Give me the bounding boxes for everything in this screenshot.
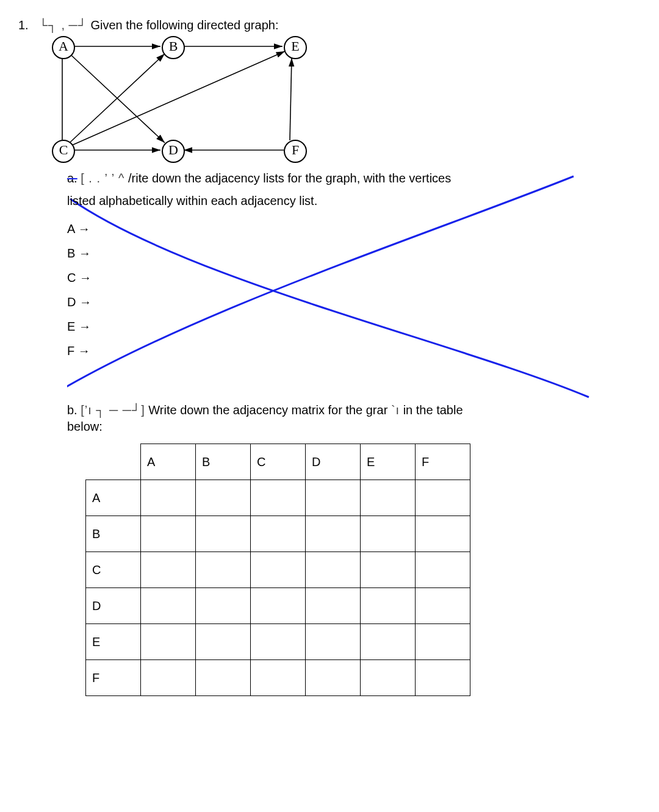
matrix-cell[interactable] <box>361 660 416 696</box>
part-a-text: a. [ . . ’ ’ ^ /rite down the adjacency … <box>67 171 641 208</box>
col-header: D <box>306 444 361 480</box>
adj-row: C → <box>67 265 641 290</box>
matrix-cell[interactable] <box>196 624 251 660</box>
table-row: A <box>86 480 470 516</box>
adj-row: E → <box>67 314 641 339</box>
obscured-text: ─┘ <box>69 18 87 32</box>
matrix-cell[interactable] <box>306 588 361 624</box>
matrix-cell[interactable] <box>306 552 361 588</box>
obscured-text: `ı <box>391 403 400 417</box>
matrix-cell[interactable] <box>141 588 196 624</box>
matrix-cell[interactable] <box>251 624 306 660</box>
edge <box>72 51 285 145</box>
question-intro: Given the following directed graph: <box>90 18 278 32</box>
matrix-cell[interactable] <box>196 552 251 588</box>
graph-node-a: A <box>52 36 75 59</box>
table-row: D <box>86 588 470 624</box>
matrix-cell[interactable] <box>141 660 196 696</box>
directed-graph: A B E C D F <box>52 36 320 164</box>
col-header: E <box>361 444 416 480</box>
matrix-cell[interactable] <box>251 588 306 624</box>
matrix-cell[interactable] <box>196 588 251 624</box>
graph-node-d: D <box>162 140 185 163</box>
adj-row: D → <box>67 290 641 314</box>
col-header: C <box>251 444 306 480</box>
matrix-cell[interactable] <box>416 552 470 588</box>
row-header: B <box>86 516 141 552</box>
matrix-cell[interactable] <box>416 480 470 516</box>
table-row: F <box>86 660 470 696</box>
matrix-cell[interactable] <box>141 624 196 660</box>
matrix-cell[interactable] <box>416 588 470 624</box>
edge <box>290 58 292 140</box>
matrix-cell[interactable] <box>361 588 416 624</box>
row-header: C <box>86 552 141 588</box>
matrix-cell[interactable] <box>141 552 196 588</box>
matrix-cell[interactable] <box>361 516 416 552</box>
row-header: D <box>86 588 141 624</box>
adj-row: A → <box>67 217 641 241</box>
part-a-label: a. <box>67 171 77 185</box>
matrix-cell[interactable] <box>141 516 196 552</box>
matrix-cell[interactable] <box>361 552 416 588</box>
matrix-cell[interactable] <box>416 624 470 660</box>
matrix-cell[interactable] <box>306 624 361 660</box>
part-a: a. [ . . ’ ’ ^ /rite down the adjacency … <box>67 171 641 391</box>
row-header: E <box>86 624 141 660</box>
matrix-cell[interactable] <box>196 660 251 696</box>
matrix-cell[interactable] <box>196 480 251 516</box>
matrix-cell[interactable] <box>141 480 196 516</box>
part-b-text: b. [’ı ┐ ─ ─┘] Write down the adjacency … <box>67 403 641 434</box>
question-line: 1. └┐ , ─┘ Given the following directed … <box>18 18 641 32</box>
obscured-text: [ . . ’ ’ ^ <box>81 171 124 185</box>
part-b-line1a: Write down the adjacency matrix for the … <box>148 403 387 417</box>
row-header: F <box>86 660 141 696</box>
edge <box>70 54 165 143</box>
matrix-cell[interactable] <box>306 480 361 516</box>
table-row: A B C D E F <box>86 444 470 480</box>
question-number: 1. <box>18 18 35 32</box>
matrix-cell[interactable] <box>361 624 416 660</box>
matrix-cell[interactable] <box>251 480 306 516</box>
part-a-line2: listed alphabetically within each adjace… <box>67 194 317 207</box>
obscured-text: [’ı ┐ ─ ─┘] <box>81 403 145 417</box>
table-row: C <box>86 552 470 588</box>
matrix-cell[interactable] <box>251 552 306 588</box>
adjacency-matrix-table: A B C D E F A B C D E F <box>85 444 470 696</box>
part-b-line2: below: <box>67 420 103 433</box>
matrix-cell[interactable] <box>416 516 470 552</box>
adj-row: F → <box>67 339 641 363</box>
col-header: A <box>141 444 196 480</box>
matrix-cell[interactable] <box>251 516 306 552</box>
table-row: E <box>86 624 470 660</box>
table-row: B <box>86 516 470 552</box>
graph-node-e: E <box>284 36 307 59</box>
adjacency-list: A → B → C → D → E → F → <box>67 217 641 363</box>
matrix-cell[interactable] <box>361 480 416 516</box>
table-corner <box>86 444 141 480</box>
matrix-cell[interactable] <box>306 516 361 552</box>
graph-edges <box>52 36 320 164</box>
part-b: b. [’ı ┐ ─ ─┘] Write down the adjacency … <box>67 403 641 696</box>
matrix-cell[interactable] <box>306 660 361 696</box>
matrix-cell[interactable] <box>196 516 251 552</box>
graph-node-b: B <box>162 36 185 59</box>
obscured-text: └┐ , <box>39 18 65 32</box>
edge <box>70 54 165 143</box>
matrix-cell[interactable] <box>251 660 306 696</box>
graph-node-f: F <box>284 140 307 163</box>
adj-row: B → <box>67 241 641 265</box>
matrix-cell[interactable] <box>416 660 470 696</box>
col-header: F <box>416 444 470 480</box>
part-a-line1: /rite down the adjacency lists for the g… <box>128 171 451 185</box>
row-header: A <box>86 480 141 516</box>
part-b-line1b: in the table <box>403 403 463 417</box>
graph-node-c: C <box>52 140 75 163</box>
part-b-label: b. <box>67 403 77 417</box>
col-header: B <box>196 444 251 480</box>
